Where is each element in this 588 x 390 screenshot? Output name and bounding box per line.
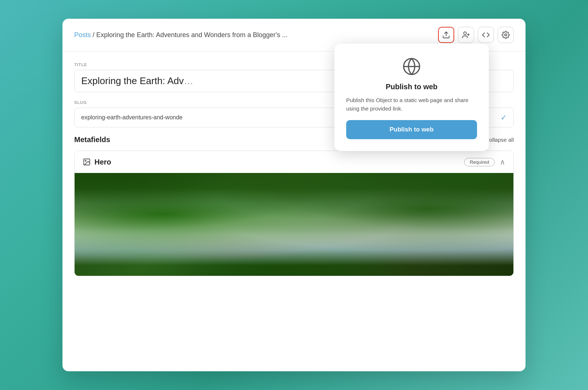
breadcrumb-separator: /: [93, 31, 96, 39]
metafields-title: Metafields: [74, 136, 110, 144]
svg-point-1: [464, 32, 466, 35]
title-value: Exploring the Earth: Adv…: [81, 75, 193, 86]
breadcrumb-posts-link[interactable]: Posts: [74, 31, 91, 39]
globe-icon: [402, 57, 421, 76]
hero-image-inner: [75, 173, 513, 276]
hero-card: Hero Required ∧: [74, 151, 514, 276]
breadcrumb: Posts / Exploring the Earth: Adventures …: [74, 31, 434, 39]
required-badge: Required: [464, 158, 495, 166]
hero-card-header: Hero Required ∧: [75, 151, 513, 173]
svg-point-6: [85, 160, 86, 161]
slug-check-icon: ✓: [501, 113, 507, 122]
publish-to-web-action-button[interactable]: Publish to web: [346, 120, 477, 139]
collapse-label: Collapse all: [485, 137, 514, 143]
code-button[interactable]: [478, 27, 494, 43]
image-icon: [83, 158, 91, 166]
add-user-button[interactable]: [458, 27, 474, 43]
popup-title: Publish to web: [386, 83, 437, 91]
publish-to-web-button[interactable]: [438, 27, 454, 43]
upload-icon: [442, 31, 450, 39]
popup-description: Publish this Object to a static web page…: [346, 96, 477, 113]
settings-button[interactable]: [498, 27, 514, 43]
slug-value: exploring-earth-adventures-and-wonde: [81, 114, 183, 121]
hero-card-title-group: Hero: [83, 158, 111, 166]
collapse-chevron-icon[interactable]: ∧: [500, 158, 505, 166]
settings-icon: [502, 31, 510, 39]
breadcrumb-page-title: Exploring the Earth: Adventures and Wond…: [96, 31, 287, 39]
main-card: Posts / Exploring the Earth: Adventures …: [62, 19, 526, 371]
publish-popup: Publish to web Publish this Object to a …: [334, 44, 489, 151]
hero-image: [75, 173, 513, 276]
hero-title: Hero: [94, 158, 111, 166]
header-actions: [438, 27, 514, 43]
user-plus-icon: [462, 31, 470, 39]
code-icon: [482, 31, 490, 39]
svg-point-4: [505, 34, 507, 36]
